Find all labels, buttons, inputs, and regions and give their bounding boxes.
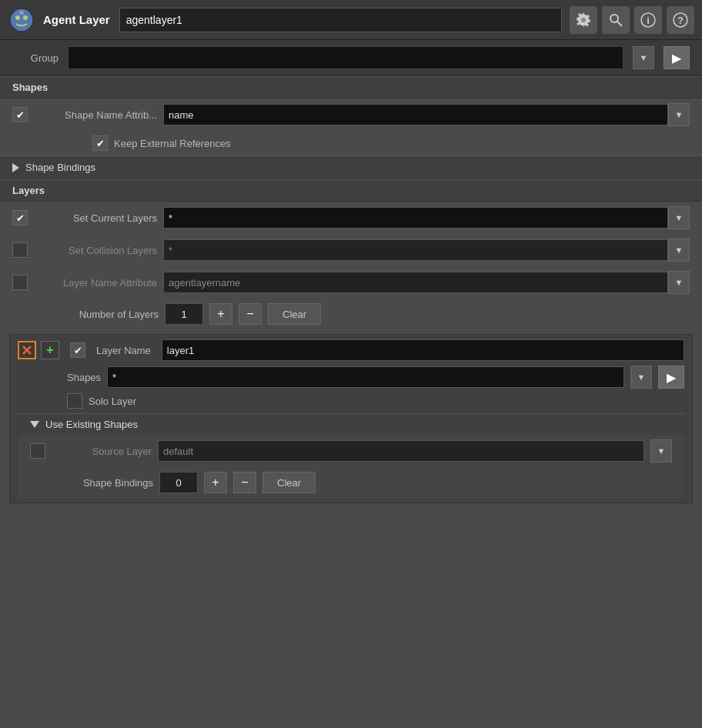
info-icon[interactable]: i [634, 6, 662, 34]
shapes-content: Shape Name Attrib... ▼ Keep External Ref… [0, 99, 702, 179]
shape-name-attr-input[interactable] [163, 104, 668, 125]
app-name: Agent Layer [43, 13, 110, 26]
svg-point-2 [23, 15, 28, 20]
help-icon[interactable]: ? [667, 6, 694, 34]
set-current-layers-input[interactable] [163, 207, 668, 229]
number-of-layers-plus[interactable]: + [209, 303, 232, 325]
layer-solo-row: Solo Layer [18, 393, 684, 409]
layer-shapes-input[interactable] [107, 366, 624, 388]
set-collision-layers-input[interactable] [163, 239, 668, 261]
title-icons: i ? [570, 6, 694, 34]
set-current-layers-dropdown[interactable]: ▼ [668, 206, 690, 229]
shape-name-attr-label: Shape Name Attrib... [34, 109, 157, 121]
shape-name-attr-checkbox[interactable] [12, 107, 28, 122]
source-layer-row: Source Layer ▼ [18, 435, 684, 467]
layer-name-attr-checkbox[interactable] [12, 275, 28, 290]
layer-name-attr-row: Layer Name Attribute ▼ [0, 266, 702, 299]
solo-layer-checkbox[interactable] [67, 393, 82, 409]
svg-point-5 [610, 15, 618, 22]
layer-item: + Layer Name Shapes ▼ ▶ Solo Layer Use E… [9, 334, 693, 503]
set-collision-layers-dropdown[interactable]: ▼ [668, 239, 690, 262]
source-layer-checkbox[interactable] [30, 443, 45, 459]
use-existing-shapes-label: Use Existing Shapes [45, 419, 138, 430]
layer-name-attr-input[interactable] [163, 272, 668, 293]
group-row: Group ▼ ▶ [0, 40, 702, 76]
layer-shapes-arrow[interactable]: ▶ [658, 366, 684, 389]
set-current-layers-row: Set Current Layers ▼ [0, 202, 702, 234]
title-input[interactable] [119, 8, 562, 32]
svg-text:?: ? [677, 15, 684, 26]
svg-point-1 [15, 15, 20, 20]
svg-point-4 [581, 18, 586, 22]
shape-bindings-collapsible[interactable]: Shape Bindings [0, 155, 702, 179]
layer-active-checkbox[interactable] [70, 342, 85, 358]
set-collision-layers-row: Set Collision Layers ▼ [0, 234, 702, 266]
number-of-layers-row: Number of Layers + − Clear [0, 299, 702, 329]
inner-shape-bindings-row: Shape Bindings + − Clear [18, 467, 684, 498]
number-of-layers-label: Number of Layers [12, 309, 159, 320]
inner-shape-bindings-input[interactable] [159, 472, 198, 493]
layer-shapes-dropdown[interactable]: ▼ [630, 366, 652, 389]
layer-name-input[interactable] [162, 339, 684, 361]
shape-bindings-label: Shape Bindings [25, 162, 95, 173]
number-of-layers-input[interactable] [165, 303, 203, 325]
shape-name-attr-row: Shape Name Attrib... ▼ [0, 99, 702, 131]
source-layer-input[interactable] [158, 440, 644, 462]
number-of-layers-minus[interactable]: − [239, 303, 262, 325]
layer-name-attr-dropdown[interactable]: ▼ [668, 271, 690, 294]
set-current-layers-label: Set Current Layers [34, 212, 157, 224]
layers-section-header: Layers [0, 179, 702, 202]
inner-shape-bindings-plus[interactable]: + [204, 472, 227, 493]
svg-rect-3 [19, 11, 24, 15]
use-existing-shapes-header[interactable]: Use Existing Shapes [18, 413, 684, 435]
inner-shape-bindings-minus[interactable]: − [233, 472, 256, 493]
source-layer-dropdown[interactable]: ▼ [650, 439, 672, 463]
keep-ext-row: Keep External References [0, 131, 702, 155]
layers-content: Set Current Layers ▼ Set Collision Layer… [0, 202, 702, 503]
set-collision-layers-checkbox[interactable] [12, 242, 28, 258]
app-icon [8, 6, 35, 34]
inner-shape-bindings-clear[interactable]: Clear [262, 472, 316, 493]
shapes-section-header: Shapes [0, 76, 702, 99]
svg-text:i: i [647, 15, 650, 26]
set-current-layers-checkbox[interactable] [12, 210, 28, 225]
source-layer-label: Source Layer [52, 446, 152, 457]
layer-name-attr-label: Layer Name Attribute [34, 277, 157, 289]
number-of-layers-clear[interactable]: Clear [268, 303, 321, 325]
inner-shape-bindings-label: Shape Bindings [30, 477, 153, 489]
group-label: Group [12, 52, 58, 64]
svg-line-6 [617, 22, 622, 26]
group-input[interactable] [68, 46, 623, 69]
set-collision-layers-label: Set Collision Layers [34, 245, 157, 256]
shape-name-attr-dropdown[interactable]: ▼ [668, 103, 690, 126]
delete-layer-button[interactable] [18, 341, 36, 359]
search-icon[interactable] [602, 6, 630, 34]
layer-shapes-row: Shapes ▼ ▶ [18, 366, 684, 389]
add-layer-button[interactable]: + [41, 341, 59, 359]
keep-ext-checkbox[interactable] [92, 135, 108, 151]
layer-shapes-label: Shapes [67, 372, 101, 383]
group-dropdown-arrow[interactable]: ▼ [633, 46, 654, 69]
layer-item-top: + Layer Name [18, 339, 684, 361]
title-bar: Agent Layer i ? [0, 0, 702, 40]
triangle-down-icon [30, 421, 39, 428]
gear-icon[interactable] [570, 6, 597, 34]
layer-name-label: Layer Name [96, 345, 151, 356]
solo-layer-label: Solo Layer [89, 396, 136, 407]
triangle-right-icon [12, 163, 19, 172]
group-arrow-button[interactable]: ▶ [664, 46, 690, 69]
keep-ext-label: Keep External References [114, 138, 231, 149]
